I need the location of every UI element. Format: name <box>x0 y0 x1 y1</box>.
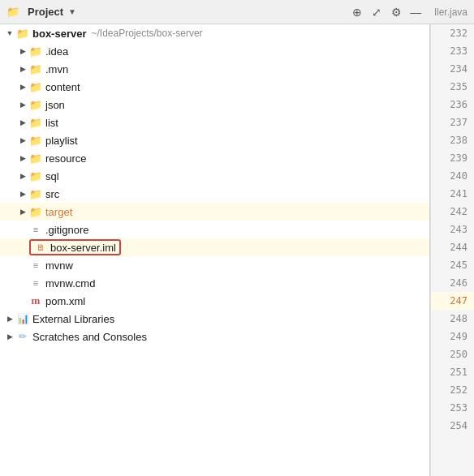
json-expand-arrow[interactable] <box>16 98 29 111</box>
src-folder-icon: 📁 <box>29 187 42 200</box>
root-label: box-server <box>32 28 86 40</box>
file-suffix: ller.java <box>434 6 468 18</box>
list-expand-arrow[interactable] <box>16 116 29 129</box>
toolbar-icon-split[interactable]: ⤢ <box>369 5 384 19</box>
tree-item-mvnw-cmd[interactable]: ≡ mvnw.cmd <box>0 274 429 292</box>
root-path: ~/IdeaProjects/box-server <box>91 28 202 39</box>
line-number-254: 254 <box>431 417 474 435</box>
line-number-235: 235 <box>431 78 474 96</box>
list-label: list <box>45 117 58 129</box>
content-folder-icon: 📁 <box>29 80 42 93</box>
line-number-251: 251 <box>431 363 474 381</box>
scratches-expand-arrow[interactable] <box>3 330 16 343</box>
tree-item-target[interactable]: 📁 target <box>0 203 429 221</box>
idea-label: .idea <box>45 45 68 58</box>
tree-root-item[interactable]: 📁 box-server ~/IdeaProjects/box-server <box>0 24 429 42</box>
pom-label: pom.xml <box>45 295 85 307</box>
tree-item-json[interactable]: 📁 json <box>0 96 429 114</box>
sql-folder-icon: 📁 <box>29 169 42 182</box>
playlist-folder-icon: 📁 <box>29 134 42 147</box>
src-label: src <box>45 188 59 200</box>
toolbar-title[interactable]: Project <box>28 6 63 18</box>
line-number-253: 253 <box>431 399 474 417</box>
line-number-248: 248 <box>431 310 474 328</box>
toolbar-icon-settings[interactable]: ⚙ <box>389 5 403 19</box>
root-expand-arrow[interactable] <box>3 27 16 40</box>
root-folder-icon: 📁 <box>16 27 29 40</box>
tree-item-idea[interactable]: 📁 .idea <box>0 42 429 60</box>
line-number-246: 246 <box>431 274 474 292</box>
line-number-247: 247 <box>431 292 474 310</box>
idea-folder-icon: 📁 <box>29 45 42 58</box>
line-number-239: 239 <box>431 149 474 167</box>
ext-lib-icon: 📊 <box>16 312 29 325</box>
playlist-expand-arrow[interactable] <box>16 134 29 147</box>
target-label: target <box>45 206 72 218</box>
ext-lib-expand-arrow[interactable] <box>3 312 16 325</box>
line-number-241: 241 <box>431 185 474 203</box>
tree-item-gitignore[interactable]: ≡ .gitignore <box>0 221 429 238</box>
json-label: json <box>45 99 65 111</box>
tree-item-mvnw[interactable]: ≡ mvnw <box>0 256 429 274</box>
content-expand-arrow[interactable] <box>16 80 29 93</box>
tree-item-sql[interactable]: 📁 sql <box>0 167 429 185</box>
tree-item-iml[interactable]: 🗎 box-server.iml <box>0 238 429 256</box>
tree-item-playlist[interactable]: 📁 playlist <box>0 131 429 149</box>
line-number-244: 244 <box>431 238 474 256</box>
mvnw-cmd-label: mvnw.cmd <box>45 277 95 289</box>
mvnw-label: mvnw <box>45 259 73 272</box>
line-number-242: 242 <box>431 203 474 221</box>
toolbar-icon-minimize[interactable]: — <box>408 5 423 19</box>
mvnw-icon: ≡ <box>29 259 42 272</box>
tree-item-mvn[interactable]: 📁 .mvn <box>0 60 429 78</box>
ext-lib-label: External Libraries <box>32 313 114 325</box>
line-number-236: 236 <box>431 96 474 114</box>
resource-folder-icon: 📁 <box>29 152 42 165</box>
tree-item-list[interactable]: 📁 list <box>0 114 429 131</box>
tree-item-external-libraries[interactable]: 📊 External Libraries <box>0 310 429 328</box>
line-number-250: 250 <box>431 345 474 363</box>
line-numbers-panel: 2322332342352362372382392402412422432442… <box>430 24 474 476</box>
gitignore-icon: ≡ <box>29 223 42 236</box>
resource-label: resource <box>45 152 87 165</box>
line-number-234: 234 <box>431 60 474 78</box>
line-number-232: 232 <box>431 24 474 42</box>
gitignore-label: .gitignore <box>45 224 88 236</box>
tree-root: 📁 box-server ~/IdeaProjects/box-server 📁… <box>0 24 429 345</box>
idea-expand-arrow[interactable] <box>16 45 29 58</box>
file-tree-panel: 📁 box-server ~/IdeaProjects/box-server 📁… <box>0 24 430 476</box>
iml-box-outline: 🗎 box-server.iml <box>29 239 121 255</box>
scratches-icon: ✏ <box>16 330 29 343</box>
line-number-245: 245 <box>431 256 474 274</box>
target-expand-arrow[interactable] <box>16 205 29 218</box>
line-number-240: 240 <box>431 167 474 185</box>
toolbar-icon-globe[interactable]: ⊕ <box>350 5 364 19</box>
toolbar-dropdown-arrow[interactable]: ▼ <box>68 7 76 16</box>
json-folder-icon: 📁 <box>29 98 42 111</box>
tree-item-pom[interactable]: m pom.xml <box>0 292 429 310</box>
line-number-233: 233 <box>431 42 474 60</box>
content-label: content <box>45 81 80 93</box>
mvn-label: .mvn <box>45 63 68 75</box>
target-folder-icon: 📁 <box>29 205 42 218</box>
pom-icon: m <box>29 294 42 307</box>
tree-item-scratches[interactable]: ✏ Scratches and Consoles <box>0 328 429 345</box>
mvn-folder-icon: 📁 <box>29 62 42 75</box>
mvn-expand-arrow[interactable] <box>16 62 29 75</box>
line-number-249: 249 <box>431 328 474 345</box>
src-expand-arrow[interactable] <box>16 187 29 200</box>
scratches-label: Scratches and Consoles <box>32 331 147 343</box>
tree-item-src[interactable]: 📁 src <box>0 185 429 203</box>
line-number-237: 237 <box>431 114 474 131</box>
tree-item-content[interactable]: 📁 content <box>0 78 429 96</box>
resource-expand-arrow[interactable] <box>16 152 29 165</box>
line-number-238: 238 <box>431 131 474 149</box>
toolbar: 📁 Project ▼ ⊕ ⤢ ⚙ — ller.java <box>0 0 474 24</box>
mvnw-cmd-icon: ≡ <box>29 277 42 289</box>
sql-expand-arrow[interactable] <box>16 169 29 182</box>
project-folder-icon: 📁 <box>6 6 19 19</box>
line-number-243: 243 <box>431 221 474 238</box>
line-number-252: 252 <box>431 381 474 399</box>
iml-label: box-server.iml <box>50 242 116 254</box>
tree-item-resource[interactable]: 📁 resource <box>0 149 429 167</box>
